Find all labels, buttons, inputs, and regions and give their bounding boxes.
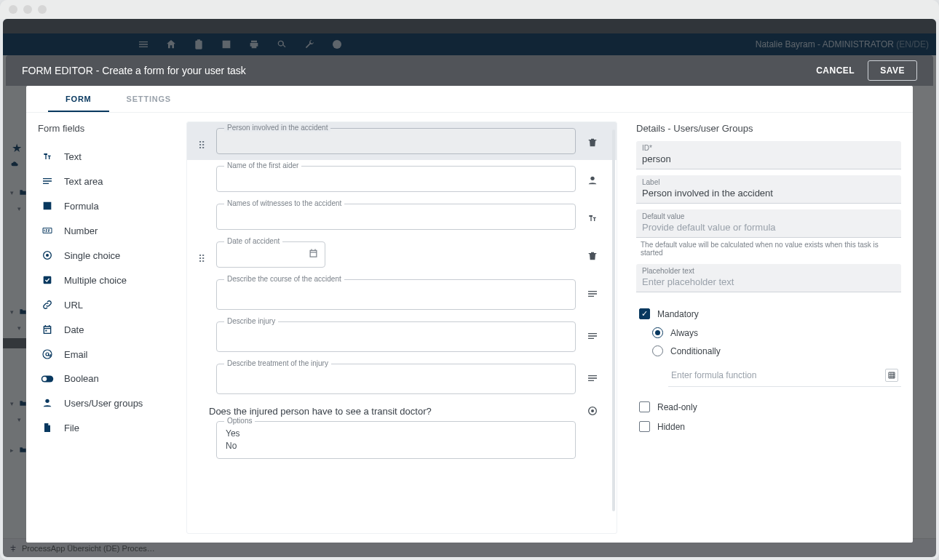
canvas-field-person[interactable]: ⠿ Person involved in the accident (187, 122, 617, 160)
delete-field-button[interactable] (583, 241, 602, 265)
drag-handle-icon[interactable]: ⠿ (194, 128, 209, 151)
palette-file[interactable]: File (36, 415, 181, 440)
modal-tabs: FORM SETTINGS (26, 86, 913, 113)
formula-input-row[interactable]: Enter formula function (668, 364, 901, 387)
options-label: Options (224, 417, 255, 425)
palette-url[interactable]: URL (36, 292, 181, 317)
palette-boolean[interactable]: Boolean (36, 367, 181, 391)
field-type-indicator (583, 204, 602, 227)
palette-users[interactable]: Users/User groups (36, 391, 181, 415)
field-type-indicator (583, 279, 602, 303)
radio-icon (587, 405, 598, 417)
person-icon (587, 175, 598, 186)
traffic-close[interactable] (9, 5, 17, 14)
number-icon (41, 225, 54, 236)
delete-field-button[interactable] (583, 128, 602, 151)
cancel-button[interactable]: CANCEL (816, 65, 855, 76)
option-no: No (226, 440, 566, 452)
field-label: Date of accident (224, 237, 282, 245)
palette-label: Text (64, 151, 82, 162)
tab-form[interactable]: FORM (48, 86, 109, 112)
palette-label: URL (64, 300, 83, 311)
field-type-indicator (583, 166, 602, 189)
formula-placeholder: Enter formula function (671, 370, 756, 380)
formula-grid-icon (887, 371, 896, 380)
canvas-field-injury[interactable]: ⠿ Describe injury (187, 316, 617, 358)
drag-handle-icon[interactable]: ⠿ (194, 241, 209, 265)
placeholder-placeholder: Enter placeholder text (642, 275, 895, 289)
palette-label: Boolean (64, 373, 99, 384)
field-label: Describe the course of the accident (224, 275, 344, 283)
radio-icon (41, 249, 54, 261)
mandatory-mode-group: Always Conditionally (652, 324, 901, 360)
canvas-field-first-aider[interactable]: ⠿ Name of the first aider (187, 160, 617, 198)
canvas-field-witnesses[interactable]: ⠿ Names of witnesses to the accident (187, 198, 617, 236)
palette-date[interactable]: Date (36, 317, 181, 342)
canvas-field-course[interactable]: ⠿ Describe the course of the accident (187, 273, 617, 316)
detail-default-field[interactable]: Default value Provide default value or f… (636, 209, 901, 238)
formula-icon (41, 200, 54, 212)
hidden-checkbox[interactable]: Hidden (636, 417, 901, 436)
traffic-min[interactable] (23, 5, 32, 14)
toggle-icon (41, 375, 54, 383)
palette-number[interactable]: Number (36, 218, 181, 243)
field-palette: Form fields Text Text area Formula (26, 113, 186, 543)
scrollbar[interactable] (612, 129, 615, 511)
label-label: Label (642, 178, 895, 186)
label-value: Person involved in the accident (642, 186, 895, 200)
hidden-label: Hidden (657, 422, 685, 432)
palette-textarea[interactable]: Text area (36, 169, 181, 193)
details-panel: Details - Users/user Groups ID* person L… (622, 113, 913, 543)
palette-email[interactable]: Email (36, 342, 181, 367)
textarea-icon (587, 288, 598, 300)
palette-text[interactable]: Text (36, 144, 181, 169)
readonly-checkbox[interactable]: Read-only (636, 397, 901, 417)
svg-point-2 (46, 254, 49, 257)
text-icon (587, 212, 598, 224)
default-placeholder: Provide default value or formula (642, 220, 895, 234)
field-label: Describe injury (224, 317, 278, 325)
form-canvas: ⠿ Person involved in the accident ⠿ (186, 113, 622, 543)
canvas-field-transit-doctor[interactable]: Does the injured person have to see a tr… (187, 400, 617, 469)
svg-point-8 (42, 377, 47, 381)
canvas-field-treatment[interactable]: ⠿ Describe treatment of the injury (187, 358, 617, 400)
save-button[interactable]: SAVE (868, 60, 917, 81)
textarea-icon (587, 330, 598, 342)
palette-label: Single choice (64, 250, 120, 261)
trash-icon (587, 137, 598, 148)
radio-conditionally[interactable]: Conditionally (652, 342, 901, 360)
tab-settings[interactable]: SETTINGS (109, 86, 189, 112)
detail-placeholder-field[interactable]: Placeholder text Enter placeholder text (636, 264, 901, 292)
mandatory-label: Mandatory (657, 309, 699, 319)
palette-formula[interactable]: Formula (36, 193, 181, 218)
conditionally-label: Conditionally (670, 346, 721, 356)
detail-id-field[interactable]: ID* person (636, 141, 901, 169)
modal-header: FORM EDITOR - Create a form for your use… (6, 55, 933, 86)
checkbox-unchecked-icon (639, 421, 650, 432)
textarea-icon (587, 372, 598, 384)
palette-multiple-choice[interactable]: Multiple choice (36, 268, 181, 292)
mac-titlebar (0, 0, 939, 19)
palette-label: Number (64, 225, 98, 236)
formula-picker-button[interactable] (885, 369, 898, 382)
field-label: Describe treatment of the injury (224, 359, 331, 367)
form-editor-modal: FORM EDITOR - Create a form for your use… (6, 55, 933, 543)
readonly-label: Read-only (657, 402, 697, 412)
calendar-icon[interactable] (308, 248, 319, 262)
detail-label-field[interactable]: Label Person involved in the accident (636, 175, 901, 204)
details-heading: Details - Users/user Groups (636, 123, 901, 134)
svg-rect-3 (44, 276, 52, 284)
default-label: Default value (642, 212, 895, 220)
svg-rect-4 (45, 330, 47, 332)
palette-label: Email (64, 349, 88, 360)
mandatory-checkbox[interactable]: ✓ Mandatory (636, 304, 901, 324)
link-icon (41, 299, 54, 311)
radio-always[interactable]: Always (652, 324, 901, 342)
email-icon (41, 348, 54, 360)
palette-single-choice[interactable]: Single choice (36, 243, 181, 268)
palette-label: Users/User groups (64, 398, 143, 409)
canvas-field-date[interactable]: ⠿ Date of accident (187, 236, 617, 273)
traffic-max[interactable] (38, 5, 47, 14)
field-label: Person involved in the accident (224, 124, 330, 132)
radio-unchecked-icon (652, 345, 663, 356)
